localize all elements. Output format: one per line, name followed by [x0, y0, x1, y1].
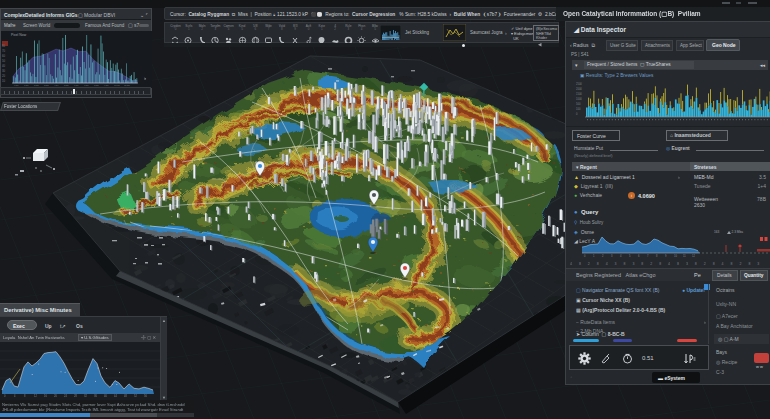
svg-text:9: 9 — [665, 254, 667, 258]
svg-text:›: › — [144, 75, 146, 81]
svg-text:4: 4 — [620, 254, 622, 258]
svg-text:36: 36 — [94, 394, 97, 397]
svg-text:6/26: 6/26 — [74, 84, 79, 86]
svg-text:6: 6 — [638, 254, 640, 258]
svg-text:80: 80 — [2, 44, 6, 48]
svg-text:50: 50 — [2, 59, 6, 63]
svg-text:70: 70 — [2, 49, 6, 53]
svg-text:7: 7 — [647, 254, 649, 258]
svg-text:24: 24 — [64, 394, 67, 397]
svg-text:0: 0 — [576, 112, 578, 116]
svg-text:1500: 1500 — [576, 92, 582, 96]
svg-text:1/21: 1/21 — [24, 84, 29, 86]
svg-text:0: 0 — [584, 254, 586, 258]
svg-text:1: 1 — [593, 254, 595, 258]
svg-text:500: 500 — [576, 102, 581, 106]
svg-text:48: 48 — [124, 394, 127, 397]
svg-text:60: 60 — [2, 54, 6, 58]
svg-text:8: 8 — [656, 254, 658, 258]
svg-text:0: 0 — [4, 394, 6, 397]
svg-text:10/21: 10/21 — [114, 84, 120, 86]
svg-text:40: 40 — [2, 64, 6, 68]
svg-text:2/22: 2/22 — [34, 84, 39, 86]
svg-text:56: 56 — [144, 394, 147, 397]
svg-text:4: 4 — [14, 394, 16, 397]
svg-text:52: 52 — [134, 394, 137, 397]
svg-text:5: 5 — [629, 254, 631, 258]
svg-text:11: 11 — [683, 254, 686, 258]
svg-text:0/20: 0/20 — [14, 84, 19, 86]
svg-text:100: 100 — [576, 107, 581, 111]
svg-text:1000: 1000 — [576, 97, 582, 101]
svg-text:10: 10 — [674, 254, 677, 258]
svg-text:7/27: 7/27 — [84, 84, 89, 86]
svg-text:2000: 2000 — [576, 87, 582, 91]
svg-text:163: 163 — [714, 230, 720, 234]
svg-text:20: 20 — [2, 74, 6, 78]
svg-text:Pixel Now: Pixel Now — [11, 33, 27, 37]
svg-text:3/23: 3/23 — [44, 84, 49, 86]
svg-text:30: 30 — [2, 69, 6, 73]
svg-text:12: 12 — [34, 394, 37, 397]
svg-text:↑ 2.3 Mba: ↑ 2.3 Mba — [729, 230, 743, 234]
svg-text:8: 8 — [24, 394, 26, 397]
svg-text:2: 2 — [602, 254, 604, 258]
svg-text:4/24: 4/24 — [54, 84, 59, 86]
svg-text:20: 20 — [54, 394, 57, 397]
svg-text:32: 32 — [84, 394, 87, 397]
svg-text:12: 12 — [692, 254, 695, 258]
svg-text:9/20: 9/20 — [104, 84, 109, 86]
svg-text:16: 16 — [44, 394, 47, 397]
svg-text:11/22: 11/22 — [124, 84, 130, 86]
svg-text:5/25: 5/25 — [64, 84, 69, 86]
svg-text:2500: 2500 — [576, 82, 582, 86]
svg-text:3: 3 — [611, 254, 613, 258]
svg-text:10: 10 — [2, 79, 6, 83]
svg-text:40: 40 — [104, 394, 107, 397]
svg-text:8/28: 8/28 — [94, 84, 99, 86]
svg-text:44: 44 — [114, 394, 117, 397]
svg-text:28: 28 — [74, 394, 77, 397]
